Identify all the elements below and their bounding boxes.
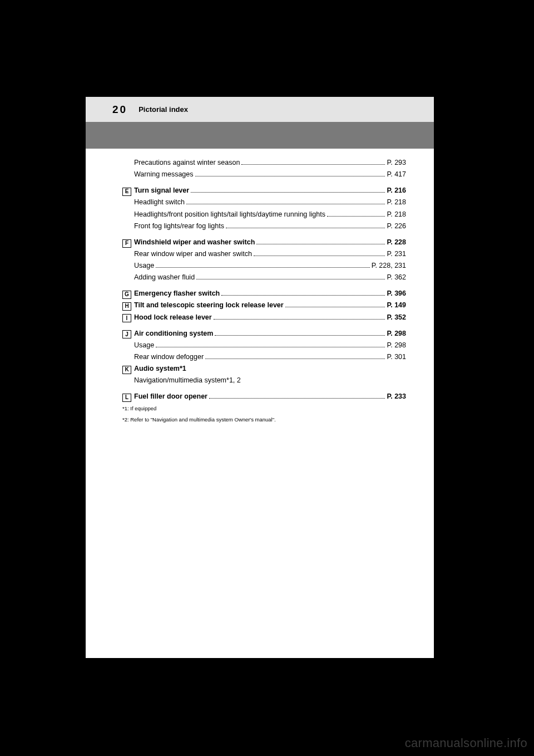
page-ref: P. 298 [387,340,406,350]
page-ref: P. 298 [387,328,406,338]
index-line: Headlights/front position lights/tail li… [122,209,406,219]
footnote: *2: Refer to "Navigation and multimedia … [122,416,406,424]
page-ref: P. 228 [387,237,406,247]
page-ref: P. 216 [387,185,406,195]
page: 20 Pictorial index Precautions against w… [86,97,434,658]
index-label: Precautions against winter season [134,158,240,168]
page-number: 20 [112,104,127,116]
leader-dots [327,216,385,217]
index-label: Hood lock release lever [134,312,212,322]
index-label: Windshield wiper and washer switch [134,237,255,247]
page-ref: P. 352 [387,312,406,322]
index-key-k: K [122,366,131,374]
index-label: Usage [134,261,154,271]
leader-dots [186,204,385,204]
leader-dots [191,192,385,193]
leader-dots [221,295,385,296]
page-ref: P. 226 [387,221,406,231]
index-line: LFuel filler door openerP. 233 [122,391,406,401]
group-gap [122,233,406,237]
index-label: Warning messages [134,169,194,179]
page-ref: P. 301 [387,352,406,362]
index-line: Adding washer fluidP. 362 [122,272,406,282]
index-line: JAir conditioning systemP. 298 [122,328,406,338]
index-label: Turn signal lever [134,185,189,195]
leader-dots [226,228,385,228]
leader-dots [254,256,385,256]
index-label: Front fog lights/rear fog lights [134,221,224,231]
index-label: Navigation/multimedia system*1, 2 [134,375,241,385]
page-ref: P. 231 [387,249,406,259]
index-key-g: G [122,291,131,299]
index-label: Audio system*1 [134,364,186,374]
index-line: Warning messagesP. 417 [122,169,406,179]
index-line: Front fog lights/rear fog lightsP. 226 [122,221,406,231]
index-line: Precautions against winter seasonP. 293 [122,158,406,168]
page-ref: P. 228, 231 [372,261,406,271]
index-key-l: L [122,394,131,402]
page-ref: P. 362 [387,272,406,282]
leader-dots [214,319,385,320]
footnote: *1: If equipped [122,405,406,413]
index-line: UsageP. 228, 231 [122,261,406,271]
index-label: Fuel filler door opener [134,391,207,401]
index-key-e: E [122,188,131,196]
index-key-i: I [122,314,131,322]
leader-dots [215,335,385,336]
index-line: HTilt and telescopic steering lock relea… [122,300,406,310]
leader-dots [285,307,385,307]
index-label: Air conditioning system [134,328,213,338]
gray-bar [86,122,434,149]
index-line: IHood lock release leverP. 352 [122,312,406,322]
leader-dots [156,267,370,268]
leader-dots [195,176,385,176]
index-line: KAudio system*1 [122,364,406,374]
index-key-f: F [122,239,131,248]
index-label: Tilt and telescopic steering lock releas… [134,300,284,310]
index-line: UsageP. 298 [122,340,406,350]
index-key-h: H [122,302,131,311]
leader-dots [209,398,385,399]
index-label: Adding washer fluid [134,272,195,282]
page-ref: P. 293 [387,158,406,168]
index-line: Headlight switchP. 218 [122,197,406,207]
page-header: 20 Pictorial index [86,97,434,122]
page-ref: P. 218 [387,197,406,207]
index-line: Rear window wiper and washer switchP. 23… [122,249,406,259]
leader-dots [241,164,385,165]
index-label: Usage [134,340,154,350]
content: Precautions against winter seasonP. 293W… [86,149,434,424]
index-label: Headlights/front position lights/tail li… [134,209,325,219]
index-label: Emergency flasher switch [134,288,220,298]
index-line: Rear window defoggerP. 301 [122,352,406,362]
index-line: Navigation/multimedia system*1, 2 [122,375,406,385]
group-gap [122,387,406,391]
page-ref: P. 233 [387,391,406,401]
index-key-j: J [122,330,131,338]
index-label: Rear window defogger [134,352,204,362]
group-gap [122,181,406,185]
header-title: Pictorial index [139,105,188,114]
index-line: GEmergency flasher switchP. 396 [122,288,406,298]
leader-dots [205,359,385,359]
index-label: Rear window wiper and washer switch [134,249,252,259]
index-label: Headlight switch [134,197,185,207]
leader-dots [256,244,385,244]
group-gap [122,284,406,288]
leader-dots [156,347,385,347]
index-line: FWindshield wiper and washer switchP. 22… [122,237,406,247]
page-ref: P. 218 [387,209,406,219]
index-line: ETurn signal leverP. 216 [122,185,406,195]
watermark: carmanualsonline.info [405,736,527,750]
group-gap [122,324,406,328]
page-ref: P. 149 [387,300,406,310]
leader-dots [196,279,385,279]
page-ref: P. 396 [387,288,406,298]
page-ref: P. 417 [387,169,406,179]
